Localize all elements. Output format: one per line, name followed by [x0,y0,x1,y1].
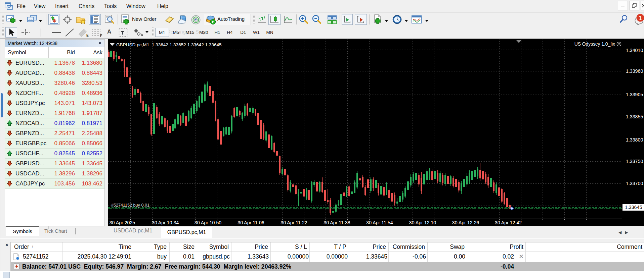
svg-text:T: T [121,30,124,36]
svg-text:30 Apr 2025: 30 Apr 2025 [110,220,135,225]
svg-text:#52741152 buy 0.01: #52741152 buy 0.01 [111,203,149,208]
svg-text:1.33960: 1.33960 [626,68,643,74]
svg-text:1.33800: 1.33800 [626,137,643,143]
svg-text:30 Apr 10:34: 30 Apr 10:34 [152,220,179,225]
svg-text:30 Apr 10:50: 30 Apr 10:50 [195,220,222,225]
svg-text:30 Apr 11:54: 30 Apr 11:54 [366,220,393,225]
svg-text:1.33855: 1.33855 [626,114,643,119]
svg-text:30 Apr 11:22: 30 Apr 11:22 [281,220,307,225]
svg-text:GBPUSD.pc,M1 1.33642 1.33652: GBPUSD.pc,M1 1.33642 1.33652 1.33642 1.3… [116,42,222,47]
svg-text:30 Apr 11:06: 30 Apr 11:06 [238,220,264,225]
svg-text:30 Apr 12:26: 30 Apr 12:26 [452,220,479,225]
svg-text:30 Apr 12:10: 30 Apr 12:10 [409,220,436,225]
svg-text:1.33700: 1.33700 [626,181,643,186]
svg-text:US Odyssey 1.0_fix: US Odyssey 1.0_fix [574,42,615,47]
svg-text:1.33750: 1.33750 [626,159,643,164]
svg-text:F: F [100,34,102,37]
svg-text:30 Apr 12:42: 30 Apr 12:42 [495,220,522,225]
svg-text:30 Apr 11:38: 30 Apr 11:38 [324,220,350,225]
svg-text:E: E [86,34,89,37]
svg-text:1: 1 [639,15,642,21]
svg-text:1.33905: 1.33905 [626,92,643,97]
svg-text:1.33645: 1.33645 [625,205,642,210]
svg-text:1.34010: 1.34010 [626,48,643,53]
